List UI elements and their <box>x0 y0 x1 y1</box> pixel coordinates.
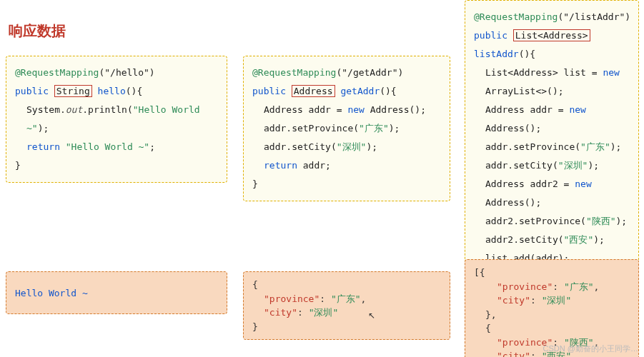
annotation: @RequestMapping <box>474 11 558 22</box>
json-brace: { <box>252 278 441 292</box>
close-brace: } <box>15 156 218 175</box>
method-sig: (){ <box>126 86 142 96</box>
code-line: return "Hello World ~"; <box>15 138 218 156</box>
json-line: "city": "深圳" <box>474 293 630 308</box>
annotation-arg: ("/getAddr") <box>336 67 403 78</box>
output-text: Hello World ~ <box>15 288 88 298</box>
output-getaddr: { "province": "广东", "city": "深圳" } <box>243 271 450 340</box>
code-line: Address addr = new Address(); <box>252 101 441 119</box>
json-brace: { <box>474 321 630 336</box>
method-sig: (){ <box>380 86 396 96</box>
code-line: return addr; <box>252 156 441 175</box>
json-brace: }, <box>474 308 630 322</box>
return-type-highlight: String <box>54 85 92 97</box>
watermark: CSDN @勤奋的小王同学… <box>543 343 638 354</box>
modifier: public <box>15 86 49 96</box>
code-block-hello: @RequestMapping("/hello") public String … <box>6 56 227 183</box>
code-line: Address addr2 = new Address(); <box>474 175 630 212</box>
method-name: listAddr <box>474 49 519 59</box>
annotation: @RequestMapping <box>15 67 99 78</box>
close-brace: } <box>252 175 441 193</box>
method-name: getAddr <box>340 86 380 96</box>
method-sig: (){ <box>519 49 535 59</box>
code-line: addr.setProvince("广东"); <box>474 138 630 156</box>
annotation-arg: ("/hello") <box>99 67 154 78</box>
output-hello: Hello World ~ <box>6 271 227 314</box>
code-line: Address addr = new Address(); <box>474 101 630 138</box>
return-type-highlight: Address <box>292 85 335 97</box>
code-line: addr.setCity("深圳"); <box>252 138 441 156</box>
method-name: hello <box>98 86 126 96</box>
modifier: public <box>474 30 507 41</box>
annotation-arg: ("/listAddr") <box>558 11 630 22</box>
code-line: addr2.setCity("西安"); <box>474 231 630 249</box>
code-line: addr.setProvince("广东"); <box>252 119 441 138</box>
code-line: addr.setCity("深圳"); <box>474 156 630 175</box>
json-brace: } <box>252 320 441 334</box>
json-line: "province": "广东", <box>252 292 441 306</box>
json-line: "province": "广东", <box>474 280 630 294</box>
code-line: List<Address> list = new ArrayList<>(); <box>474 64 630 101</box>
cursor-icon: ↖ <box>368 311 375 321</box>
return-type-highlight: List<Address> <box>513 29 590 41</box>
json-brace: [{ <box>474 266 630 280</box>
code-line: addr2.setProvince("陕西"); <box>474 212 630 231</box>
modifier: public <box>252 86 286 96</box>
code-line: System.out.println("Hello World ~"); <box>15 101 218 138</box>
output-listaddr: [{ "province": "广东", "city": "深圳" }, { "… <box>465 259 639 357</box>
annotation: @RequestMapping <box>252 67 336 78</box>
json-line: "city": "深圳" <box>252 306 441 320</box>
code-block-getaddr: @RequestMapping("/getAddr") public Addre… <box>243 56 450 201</box>
page-title: 响应数据 <box>9 21 66 41</box>
